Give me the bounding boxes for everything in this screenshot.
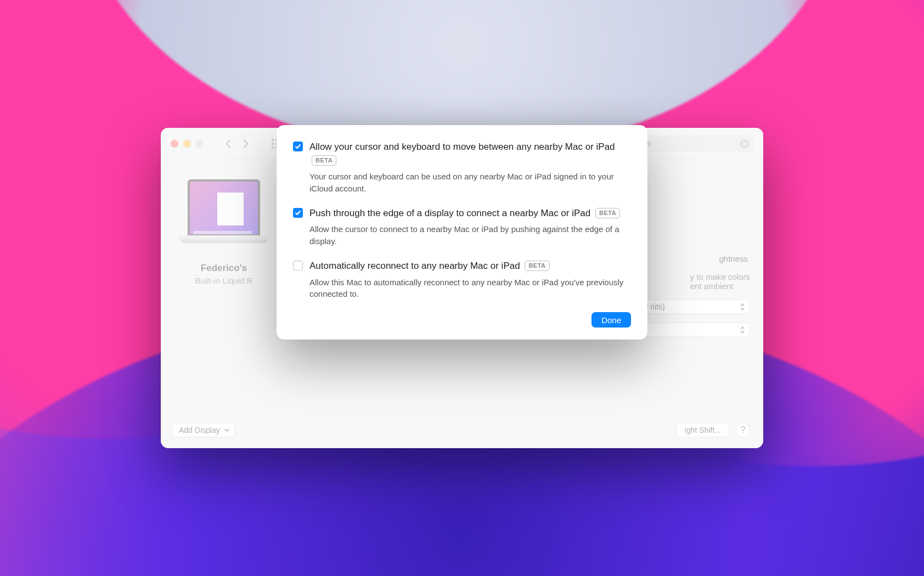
done-label: Done [601, 315, 621, 325]
beta-badge: BETA [312, 155, 336, 166]
display-thumbnail [174, 179, 273, 253]
close-icon [742, 142, 747, 146]
bottom-buttons: ight Shift... ? [677, 423, 750, 437]
display-preview-column: Federico's Built-in Liquid R [161, 160, 281, 448]
traffic-lights [171, 140, 204, 148]
add-display-button[interactable]: Add Display [172, 423, 235, 437]
checkbox-allow-cursor[interactable] [293, 142, 303, 151]
display-type: Built-in Liquid R [195, 276, 252, 285]
ambient-line1: y to make colors [690, 272, 750, 281]
beta-badge: BETA [525, 261, 549, 271]
option-push-edge: Push through the edge of a display to co… [293, 207, 631, 247]
add-display-label: Add Display [179, 426, 220, 434]
checkbox-auto-reconnect[interactable] [293, 261, 303, 270]
night-shift-label: ight Shift... [685, 426, 721, 434]
checkbox-push-edge[interactable] [293, 208, 303, 218]
chevron-right-icon [242, 138, 250, 149]
beta-badge: BETA [595, 208, 620, 218]
check-icon [295, 210, 301, 216]
zoom-window-button[interactable] [196, 140, 204, 148]
help-button[interactable]: ? [736, 423, 750, 437]
stepper-icon [739, 302, 746, 312]
option-title: Allow your cursor and keyboard to move b… [309, 142, 615, 152]
close-window-button[interactable] [171, 140, 178, 148]
chevron-down-icon [224, 427, 230, 433]
help-label: ? [741, 425, 746, 435]
option-title: Push through the edge of a display to co… [309, 208, 590, 218]
done-button[interactable]: Done [591, 312, 631, 327]
chevron-left-icon [224, 138, 232, 149]
secondary-select[interactable] [629, 323, 750, 337]
option-desc: Allow the cursor to connect to a nearby … [309, 223, 631, 247]
forward-button[interactable] [239, 135, 253, 152]
display-name: Federico's [201, 263, 247, 274]
option-desc: Your cursor and keyboard can be used on … [309, 171, 631, 195]
option-auto-reconnect: Automatically reconnect to any nearby Ma… [293, 259, 631, 300]
universal-control-sheet: Allow your cursor and keyboard to move b… [277, 125, 647, 340]
option-desc: Allow this Mac to automatically reconnec… [309, 276, 631, 301]
option-title: Automatically reconnect to any nearby Ma… [309, 261, 520, 271]
minimize-window-button[interactable] [183, 140, 191, 148]
ambient-line2: ent ambient [690, 281, 733, 291]
check-icon [295, 143, 301, 150]
preset-select[interactable]: 600 nits) [629, 300, 750, 314]
clear-search-button[interactable] [740, 139, 749, 148]
nav-buttons [221, 135, 253, 152]
back-button[interactable] [221, 135, 235, 152]
option-allow-cursor: Allow your cursor and keyboard to move b… [293, 140, 631, 195]
night-shift-button[interactable]: ight Shift... [677, 423, 729, 437]
stepper-icon [739, 325, 746, 335]
